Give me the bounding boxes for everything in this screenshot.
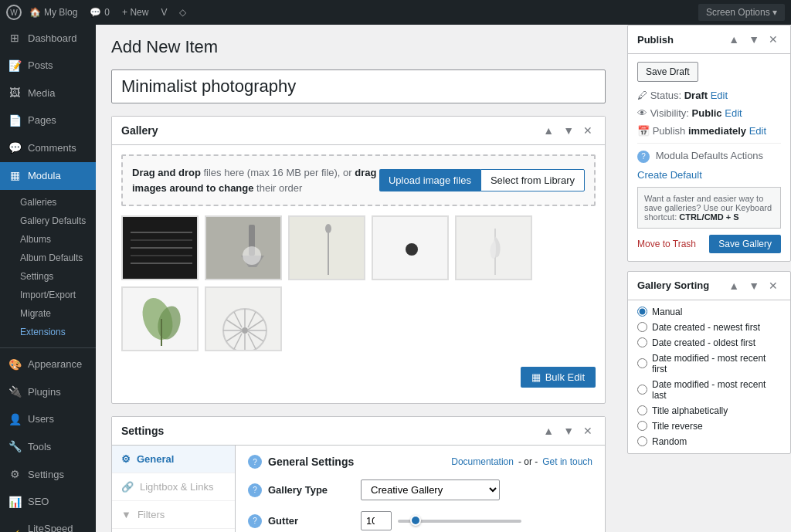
sorting-modified-recent[interactable]: Date modified - most recent first — [637, 353, 781, 374]
sorting-modified-last[interactable]: Date modified - most recent last — [637, 379, 781, 401]
sorting-modified-recent-radio[interactable] — [637, 358, 647, 368]
settings-nav-lightbox[interactable]: 🔗 Lightbox & Links — [112, 473, 235, 501]
create-default-link[interactable]: Create Default — [637, 169, 702, 181]
sorting-date-oldest-radio[interactable] — [637, 337, 647, 347]
sidebar-item-migrate[interactable]: Migrate — [12, 304, 96, 323]
publish-close-button[interactable]: ✕ — [766, 32, 781, 47]
documentation-link[interactable]: Documentation — [451, 456, 514, 467]
sidebar-item-posts[interactable]: 📝 Posts — [0, 53, 96, 80]
sorting-title-alpha[interactable]: Title alphabetically — [637, 405, 781, 416]
bulk-edit-button[interactable]: ▦ Bulk Edit — [521, 367, 596, 388]
sorting-random[interactable]: Random — [637, 436, 781, 447]
gallery-thumb[interactable] — [372, 215, 449, 280]
sidebar-item-settings-main[interactable]: ⚙ Settings — [0, 461, 96, 489]
general-settings-label: General Settings — [268, 456, 451, 468]
settings-nav-general[interactable]: ⚙ General — [112, 446, 235, 473]
save-draft-button[interactable]: Save Draft — [637, 62, 698, 82]
settings-panel-title: Settings — [121, 425, 540, 437]
settings-collapse-up-button[interactable]: ▲ — [540, 423, 557, 439]
gallery-close-button[interactable]: ✕ — [580, 123, 596, 138]
publish-collapse-up-button[interactable]: ▲ — [725, 32, 742, 47]
top-bar-v[interactable]: V — [156, 7, 171, 18]
sidebar-item-extensions[interactable]: Extensions — [12, 323, 96, 341]
sidebar-item-media[interactable]: 🖼 Media — [0, 80, 96, 107]
gallery-collapse-down-button[interactable]: ▼ — [560, 123, 577, 138]
sorting-close-button[interactable]: ✕ — [766, 278, 781, 293]
sidebar-item-litespeed[interactable]: ⚡ LiteSpeed Cache — [0, 516, 96, 532]
gallery-thumb[interactable] — [121, 286, 199, 351]
dashboard-icon: ⊞ — [8, 31, 22, 46]
gallery-collapse-up-button[interactable]: ▲ — [540, 123, 557, 138]
gutter-help[interactable]: ? — [248, 514, 262, 528]
gallery-type-field: Creative Gallery Masonry Slider Justifie… — [361, 479, 592, 500]
wp-logo[interactable]: W — [6, 5, 22, 20]
top-bar-diamond[interactable]: ◇ — [175, 7, 191, 18]
sidebar-item-tools[interactable]: 🔧 Tools — [0, 433, 96, 461]
top-bar-comments[interactable]: 💬 0 — [85, 7, 114, 18]
sidebar-item-album-defaults[interactable]: Album Defaults — [12, 249, 96, 267]
gallery-type-select[interactable]: Creative Gallery Masonry Slider Justifie… — [361, 479, 500, 500]
defaults-help-badge[interactable]: ? — [637, 151, 650, 163]
gallery-thumb[interactable] — [455, 215, 532, 280]
top-bar-myblog[interactable]: 🏠 My Blog — [25, 7, 82, 18]
svg-point-12 — [325, 224, 331, 233]
visibility-edit-link[interactable]: Edit — [725, 107, 742, 119]
gallery-panel-controls: ▲ ▼ ✕ — [540, 123, 596, 138]
settings-collapse-down-button[interactable]: ▼ — [560, 423, 577, 439]
get-in-touch-link[interactable]: Get in touch — [542, 456, 592, 467]
sidebar-item-comments[interactable]: 💬 Comments — [0, 134, 96, 162]
visibility-row: 👁 Visibility: Public Edit — [637, 107, 781, 119]
general-settings-help-badge[interactable]: ? — [248, 455, 262, 469]
sidebar-item-appearance[interactable]: 🎨 Appearance — [0, 351, 96, 379]
gallery-type-help[interactable]: ? — [248, 483, 262, 497]
settings-close-button[interactable]: ✕ — [580, 423, 596, 439]
sidebar-item-pages[interactable]: 📄 Pages — [0, 107, 96, 135]
gallery-thumb[interactable] — [288, 215, 365, 280]
sidebar-item-settings[interactable]: Settings — [12, 267, 96, 286]
sorting-date-newest-radio[interactable] — [637, 322, 647, 332]
gallery-thumb[interactable] — [205, 215, 282, 280]
settings-nav-filters[interactable]: ▼ Filters — [112, 501, 235, 529]
sidebar-item-plugins[interactable]: 🔌 Plugins — [0, 378, 96, 406]
publish-collapse-down-button[interactable]: ▼ — [745, 32, 762, 47]
upload-image-button[interactable]: Upload image files — [379, 169, 480, 191]
gutter-input[interactable] — [361, 511, 392, 530]
save-gallery-button[interactable]: Save Gallery — [709, 235, 781, 253]
sorting-random-radio[interactable] — [637, 436, 647, 446]
sorting-modified-last-radio[interactable] — [637, 385, 647, 395]
sorting-manual-radio[interactable] — [637, 307, 647, 317]
sidebar-item-dashboard[interactable]: ⊞ Dashboard — [0, 25, 96, 53]
publish-actions: Move to Trash Save Gallery — [637, 235, 781, 253]
sorting-collapse-down-button[interactable]: ▼ — [745, 278, 762, 293]
sorting-collapse-up-button[interactable]: ▲ — [725, 278, 742, 293]
comment-icon: 💬 — [90, 7, 101, 18]
select-from-library-button[interactable]: Select from Library — [480, 169, 585, 191]
sidebar-item-import-export[interactable]: Import/Export — [12, 286, 96, 304]
gallery-title-input[interactable] — [111, 69, 606, 103]
gallery-thumb[interactable] — [205, 286, 282, 351]
sorting-date-oldest[interactable]: Date created - oldest first — [637, 337, 781, 348]
publish-edit-link[interactable]: Edit — [749, 125, 766, 137]
sidebar-item-seo[interactable]: 📊 SEO — [0, 489, 96, 517]
sidebar-item-modula[interactable]: ▦ Modula — [0, 162, 96, 190]
create-default-row: Create Default — [637, 169, 781, 181]
sorting-date-newest[interactable]: Date created - newest first — [637, 322, 781, 333]
sidebar-item-albums[interactable]: Albums — [12, 230, 96, 249]
svg-rect-6 — [206, 217, 282, 280]
sidebar-item-gallery-defaults[interactable]: Gallery Defaults — [12, 212, 96, 230]
sorting-title-reverse[interactable]: Title reverse — [637, 421, 781, 432]
gallery-thumb[interactable] — [121, 215, 199, 280]
status-edit-link[interactable]: Edit — [711, 90, 728, 101]
top-bar-new[interactable]: + New — [117, 7, 153, 18]
sorting-manual[interactable]: Manual — [637, 307, 781, 317]
gutter-slider-thumb[interactable] — [410, 515, 421, 526]
gallery-dropzone[interactable]: Drag and drop files here (max 16 MB per … — [121, 154, 596, 206]
sorting-title-alpha-radio[interactable] — [637, 405, 647, 415]
move-to-trash-link[interactable]: Move to Trash — [637, 239, 696, 249]
gallery-panel-body: Drag and drop files here (max 16 MB per … — [112, 145, 605, 403]
screen-options-button[interactable]: Screen Options ▾ — [698, 4, 785, 21]
sorting-title-reverse-radio[interactable] — [637, 421, 647, 431]
sidebar-item-users[interactable]: 👤 Users — [0, 406, 96, 434]
sidebar-item-galleries[interactable]: Galleries — [12, 193, 96, 212]
pages-icon: 📄 — [8, 114, 22, 129]
